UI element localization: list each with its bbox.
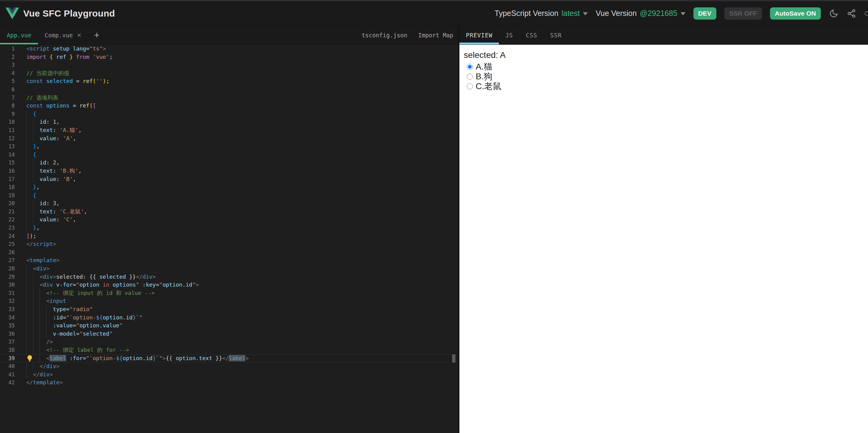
dev-toggle-button[interactable]: DEV xyxy=(693,7,716,20)
code-line[interactable]: 27<template> xyxy=(0,256,458,265)
download-icon[interactable] xyxy=(864,8,868,19)
indent-guide xyxy=(26,297,33,305)
overview-ruler-marker[interactable] xyxy=(452,354,456,363)
code-line[interactable]: 21text: 'C.老鼠', xyxy=(0,208,458,216)
output-tab-js[interactable]: JS xyxy=(499,26,520,44)
preview-radio-label[interactable]: A.猫 xyxy=(476,62,492,72)
code-line[interactable]: 34:id="`option-${option.id}`" xyxy=(0,314,458,322)
line-number: 42 xyxy=(0,378,15,387)
code-line[interactable]: 9{ xyxy=(0,110,458,118)
code-line[interactable]: 16text: 'B.狗', xyxy=(0,167,458,175)
preview-radio[interactable] xyxy=(467,73,473,80)
code-line[interactable]: 35:value="option.value" xyxy=(0,321,458,330)
tsconfig-tab[interactable]: tsconfig.json xyxy=(362,32,407,39)
code-line[interactable]: 4// 当前选中的值 xyxy=(0,69,458,78)
code-line[interactable]: 5const selected = ref(''); xyxy=(0,77,458,86)
import-map-tab[interactable]: Import Map xyxy=(418,32,453,39)
code-line[interactable]: 38<!-- 绑定 label 的 for --> xyxy=(0,346,458,354)
share-icon[interactable] xyxy=(846,8,856,19)
code-line[interactable]: 2import { ref } from 'vue'; xyxy=(0,53,458,61)
code-line[interactable]: 17value: 'B', xyxy=(0,175,458,183)
code-line[interactable]: 26 xyxy=(0,248,458,257)
code-token: from xyxy=(73,54,89,60)
theme-toggle-moon-icon[interactable] xyxy=(829,8,839,19)
code-line[interactable]: 41</div> xyxy=(0,371,458,379)
output-tab-ssr[interactable]: SSR xyxy=(544,26,568,44)
code-line[interactable]: 19{ xyxy=(0,191,458,200)
code-line[interactable]: 7// 选项列表 xyxy=(0,94,458,102)
code-line[interactable]: 39 <label :for="`option-${option.id}`">{… xyxy=(0,354,458,363)
line-number: 28 xyxy=(0,265,15,273)
code-token: v-for xyxy=(53,281,73,288)
line-number: 10 xyxy=(0,118,15,126)
code-token: } xyxy=(33,224,36,231)
code-line[interactable]: 18}, xyxy=(0,183,458,191)
code-token: div xyxy=(36,265,46,272)
file-tab-app.vue[interactable]: App.vue xyxy=(0,26,38,44)
code-line[interactable]: 12value: 'A', xyxy=(0,134,458,143)
code-line[interactable]: 23}, xyxy=(0,224,458,232)
code-token: ) xyxy=(103,78,106,84)
output-tab-preview[interactable]: PREVIEW xyxy=(459,26,499,44)
indent-guide xyxy=(46,330,53,338)
ssr-toggle-button[interactable]: SSR OFF xyxy=(724,7,762,20)
code-line-content: </script> xyxy=(26,240,56,248)
code-line[interactable]: 11text: 'A.猫', xyxy=(0,126,458,134)
code-token: " xyxy=(192,281,196,288)
code-line[interactable]: 10id: 1, xyxy=(0,118,458,126)
line-number: 14 xyxy=(0,151,15,159)
line-number: 19 xyxy=(0,191,15,200)
code-line[interactable]: 42</template> xyxy=(0,378,458,387)
code-line[interactable]: 3 xyxy=(0,61,458,69)
close-icon[interactable]: × xyxy=(77,32,82,39)
typescript-version-value: latest xyxy=(561,9,580,18)
code-line[interactable]: 8const options = ref([ xyxy=(0,102,458,110)
code-line[interactable]: 29<div>selected: {{ selected }}</div> xyxy=(0,273,458,281)
code-line[interactable]: 20id: 3, xyxy=(0,199,458,208)
file-tab-comp.vue[interactable]: Comp.vue× xyxy=(38,26,88,44)
indent-guide xyxy=(26,134,33,143)
preview-radio-label[interactable]: B.狗 xyxy=(476,71,492,82)
code-token: "radio" xyxy=(69,306,93,312)
code-line-content: id: 3, xyxy=(26,199,59,208)
code-token: v-model xyxy=(53,331,76,337)
code-token: 'B.狗' xyxy=(59,167,78,174)
typescript-version-select[interactable]: TypeScript Version latest xyxy=(495,9,588,18)
code-line-content: </template> xyxy=(26,378,63,387)
add-file-button[interactable]: + xyxy=(88,26,106,44)
code-line[interactable]: 24]); xyxy=(0,232,458,240)
code-line[interactable]: 1<script setup lang="ts"> xyxy=(0,45,458,53)
code-line[interactable]: 25</script> xyxy=(0,240,458,248)
code-token: [ xyxy=(93,102,96,109)
line-number: 22 xyxy=(0,216,15,224)
code-line[interactable]: 40</div> xyxy=(0,362,458,371)
chevron-down-icon xyxy=(681,12,685,15)
code-token: } xyxy=(133,314,136,320)
code-line[interactable]: 37/> xyxy=(0,338,458,346)
code-line-content: text: 'C.老鼠', xyxy=(26,208,87,216)
code-line[interactable]: 15id: 2, xyxy=(0,159,458,167)
preview-radio[interactable] xyxy=(467,83,473,89)
output-tab-css[interactable]: CSS xyxy=(520,26,544,44)
code-line[interactable]: 14{ xyxy=(0,151,458,159)
vue-version-select[interactable]: Vue Version @2921685 xyxy=(596,9,685,18)
code-action-lightbulb-icon[interactable] xyxy=(26,354,33,362)
code-line[interactable]: 22value: 'C', xyxy=(0,216,458,224)
code-line[interactable]: 30<div v-for="option in options" :key="o… xyxy=(0,281,458,289)
autosave-toggle-button[interactable]: AutoSave ON xyxy=(770,7,821,20)
code-editor[interactable]: 1<script setup lang="ts">2import { ref }… xyxy=(0,45,458,433)
code-line[interactable]: 32<input xyxy=(0,297,458,305)
code-token: option.text xyxy=(176,355,212,361)
code-line[interactable]: 31<!-- 绑定 input 的 id 和 value --> xyxy=(0,289,458,297)
code-line-content: <script setup lang="ts"> xyxy=(26,45,106,53)
code-token: 2 xyxy=(53,159,56,166)
preview-radio-label[interactable]: C.老鼠 xyxy=(476,81,501,92)
code-line[interactable]: 13}, xyxy=(0,143,458,151)
code-line[interactable]: 28<div> xyxy=(0,265,458,273)
code-token: : xyxy=(46,200,53,207)
code-token: = xyxy=(76,331,80,337)
preview-radio[interactable] xyxy=(467,64,473,70)
code-line[interactable]: 36v-model="selected" xyxy=(0,330,458,338)
code-line[interactable]: 6 xyxy=(0,86,458,94)
code-line[interactable]: 33type="radio" xyxy=(0,305,458,314)
